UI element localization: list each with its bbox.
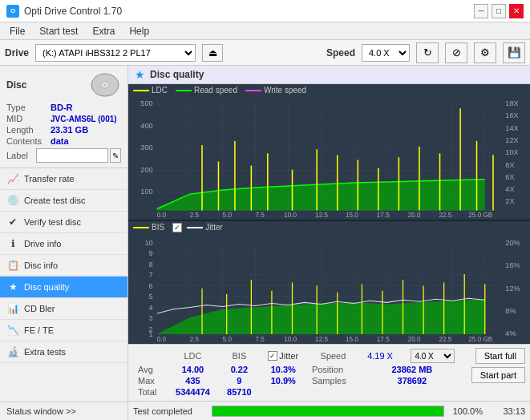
svg-text:8X: 8X <box>505 161 514 169</box>
legend-bis: BIS <box>133 223 164 232</box>
bottom-chart-svg: 10 9 8 7 6 5 4 3 2 1 20% 16% 12% 8% 4% <box>128 234 530 342</box>
total-label: Total <box>133 386 167 398</box>
menu-bar: File Start test Extra Help <box>0 22 530 40</box>
write-speed-line-color <box>245 90 261 91</box>
length-key: Length <box>6 125 51 135</box>
title-bar: O Opti Drive Control 1.70 ─ □ ✕ <box>0 0 530 22</box>
nav-fe-te[interactable]: 📉 FE / TE <box>0 320 127 341</box>
menu-file[interactable]: File <box>3 24 31 38</box>
stats-speed-select[interactable]: 4.0 X <box>411 349 455 363</box>
col-header-ldc: LDC <box>167 348 219 364</box>
bottom-chart-legend: BIS ✓ Jitter <box>128 221 530 234</box>
refresh-button[interactable]: ↻ <box>416 42 439 63</box>
svg-text:8: 8 <box>149 260 153 268</box>
progress-text: 100.0% <box>451 406 483 416</box>
erase-button[interactable]: ⊘ <box>445 42 467 63</box>
menu-extra[interactable]: Extra <box>86 24 121 38</box>
stats-buttons: Start full Start part <box>471 348 525 398</box>
total-jitter <box>260 386 307 398</box>
eject-button[interactable]: ⏏ <box>202 44 223 62</box>
svg-text:12X: 12X <box>505 136 518 144</box>
settings-button[interactable]: ⚙ <box>474 42 496 63</box>
status-window-label: Status window >> <box>6 406 76 416</box>
svg-text:17.5: 17.5 <box>377 212 390 217</box>
menu-start-test[interactable]: Start test <box>33 24 84 38</box>
avg-ldc: 14.00 <box>167 364 219 375</box>
start-full-button[interactable]: Start full <box>475 348 525 364</box>
svg-text:10: 10 <box>144 238 152 246</box>
svg-text:400: 400 <box>140 122 152 130</box>
svg-text:14X: 14X <box>505 124 518 132</box>
nav-verify-test-disc[interactable]: ✔ Verify test disc <box>0 212 127 233</box>
legend-ldc: LDC <box>133 86 168 95</box>
stats-bar: LDC BIS ✓ Jitter Speed 4.19 X <box>128 344 530 401</box>
svg-text:25.0 GB: 25.0 GB <box>468 336 492 342</box>
svg-text:5.0: 5.0 <box>223 212 233 217</box>
status-window-button[interactable]: Status window >> <box>0 402 127 420</box>
speed-select[interactable]: 4.0 X <box>362 44 410 62</box>
label-input[interactable] <box>36 148 108 163</box>
contents-value: data <box>51 136 69 146</box>
app-icon: O <box>6 5 19 18</box>
nav-disc-info[interactable]: 📋 Disc info <box>0 255 127 277</box>
col-header-speed-label: Speed <box>307 348 359 364</box>
status-bottom: Test completed 100.0% 33:13 <box>128 401 530 420</box>
svg-text:7: 7 <box>149 271 153 279</box>
svg-text:12.5: 12.5 <box>315 212 328 217</box>
label-edit-button[interactable]: ✎ <box>110 148 121 163</box>
maximize-button[interactable]: □ <box>492 4 506 18</box>
nav-transfer-rate[interactable]: 📈 Transfer rate <box>0 168 127 190</box>
samples-label: Samples <box>307 375 359 386</box>
position-label: Position <box>307 364 359 375</box>
avg-bis: 0.22 <box>219 364 260 375</box>
svg-text:17.5: 17.5 <box>377 336 390 342</box>
minimize-button[interactable]: ─ <box>474 4 488 18</box>
col-header-speed-select[interactable]: 4.0 X <box>401 348 465 364</box>
start-part-button[interactable]: Start part <box>471 367 525 383</box>
svg-text:25.0 GB: 25.0 GB <box>468 212 493 217</box>
svg-text:20.0: 20.0 <box>408 336 421 342</box>
max-label: Max <box>133 375 167 386</box>
avg-jitter: 10.3% <box>260 364 307 375</box>
top-chart-legend: LDC Read speed Write speed <box>128 84 530 96</box>
legend-read-speed: Read speed <box>176 86 237 95</box>
col-header-speed-value: 4.19 X <box>359 348 401 364</box>
svg-text:0.0: 0.0 <box>157 212 167 217</box>
progress-bar-fill <box>212 406 443 416</box>
progress-bar-container <box>212 406 444 417</box>
svg-text:6: 6 <box>149 281 153 289</box>
svg-text:16%: 16% <box>505 260 520 269</box>
nav-cd-bler[interactable]: 📊 CD Bler <box>0 298 127 320</box>
svg-text:3: 3 <box>149 314 153 322</box>
stats-row-max: Max 435 9 10.9% Samples 378692 <box>133 375 465 386</box>
drive-select[interactable]: (K:) ATAPI iHBS312 2 PL17 <box>35 44 196 62</box>
jitter-checkbox[interactable]: ✓ <box>172 223 182 232</box>
stats-row-total: Total 5344474 85710 <box>133 386 465 398</box>
svg-text:6X: 6X <box>505 173 514 181</box>
nav-extra-tests[interactable]: 🔬 Extra tests <box>0 341 127 363</box>
menu-help[interactable]: Help <box>123 24 156 38</box>
stats-row-avg: Avg 14.00 0.22 10.3% Position 23862 MB <box>133 364 465 375</box>
nav-create-test-disc[interactable]: 💿 Create test disc <box>0 190 127 212</box>
svg-text:500: 500 <box>140 99 152 107</box>
chart-title: Disc quality <box>150 69 204 80</box>
svg-text:2X: 2X <box>505 197 514 205</box>
total-ldc: 5344474 <box>167 386 219 398</box>
svg-text:12.5: 12.5 <box>315 336 328 342</box>
window-controls: ─ □ ✕ <box>474 4 524 18</box>
verify-test-disc-icon: ✔ <box>6 216 19 228</box>
svg-text:22.5: 22.5 <box>439 336 452 342</box>
drive-label: Drive <box>5 47 29 59</box>
svg-text:0.0: 0.0 <box>157 336 167 342</box>
nav-drive-info[interactable]: ℹ Drive info <box>0 233 127 255</box>
drive-info-icon: ℹ <box>6 237 19 250</box>
nav-disc-quality[interactable]: ★ Disc quality <box>0 277 127 298</box>
save-button[interactable]: 💾 <box>503 42 525 63</box>
col-header-bis: BIS <box>219 348 260 364</box>
contents-key: Contents <box>6 136 51 146</box>
main-layout: Disc Type BD-R MID JVC-AMS6L (001) Leng <box>0 66 530 420</box>
close-button[interactable]: ✕ <box>509 4 524 18</box>
svg-text:200: 200 <box>140 166 152 174</box>
nav-disc-info-label: Disc info <box>24 260 58 270</box>
samples-value: 378692 <box>359 375 465 386</box>
